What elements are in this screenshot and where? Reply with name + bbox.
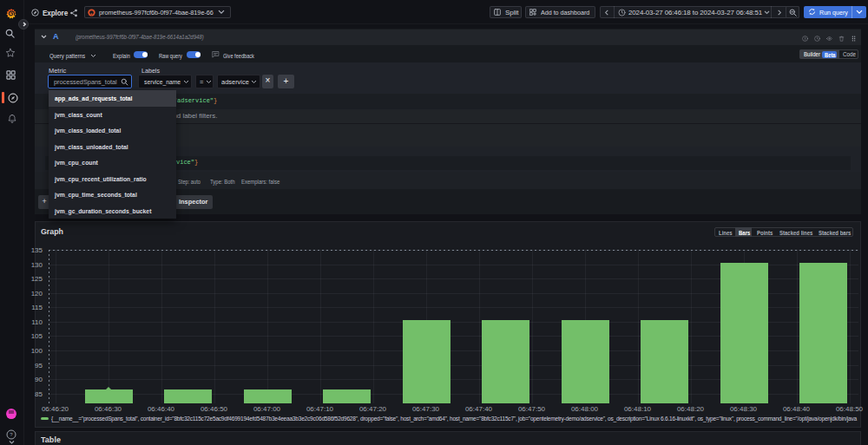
svg-text:?: ? <box>10 432 13 437</box>
